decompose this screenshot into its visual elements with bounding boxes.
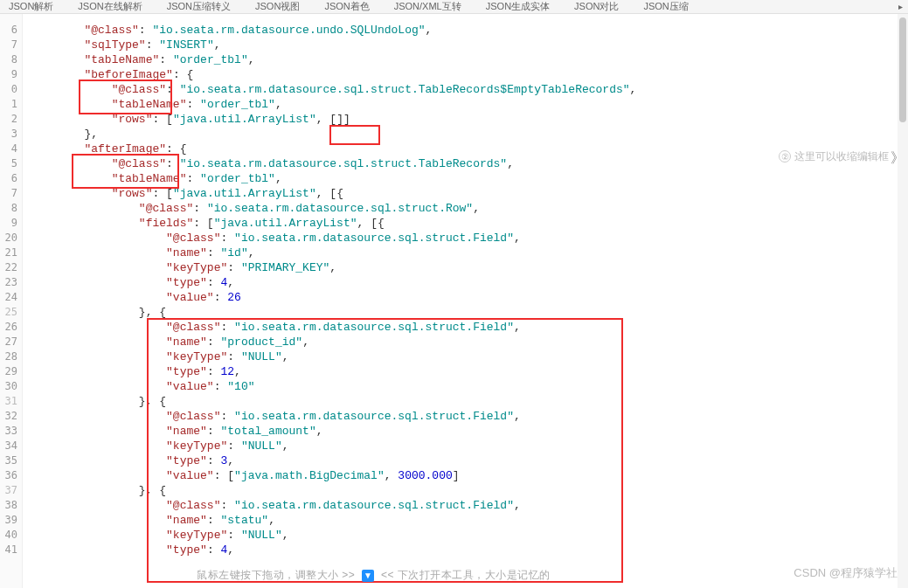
code-line: "value": 26 xyxy=(30,291,241,304)
code-line: "fields": ["java.util.ArrayList", [{ xyxy=(30,217,385,230)
line-gutter: 6 7 8 9 0 1 2 3 4 5 6 7 8 9 20 21 22 23 … xyxy=(0,14,23,588)
line-number: 1 xyxy=(0,97,22,112)
resize-handle-icon[interactable]: ▼ xyxy=(362,570,374,582)
tab-json-view[interactable]: JSON视图 xyxy=(255,0,300,13)
line-number: 4 xyxy=(0,142,22,156)
code-line: "@class": "io.seata.rm.datasource.sql.st… xyxy=(30,410,521,423)
resize-hint: 鼠标左键按下拖动，调整大小 >> ▼ << 下次打开本工具，大小是记忆的 xyxy=(197,568,551,583)
tab-json-compress[interactable]: JSON压缩转义 xyxy=(167,0,231,13)
line-number[interactable]: 37 xyxy=(0,483,22,498)
code-line: }, { xyxy=(30,306,166,319)
code-line: "name": "statu", xyxy=(30,514,275,527)
line-number: 8 xyxy=(0,52,22,67)
code-line: "type": 4, xyxy=(30,276,234,289)
line-number: 5 xyxy=(0,156,22,171)
line-number: 34 xyxy=(0,439,22,453)
line-number: 9 xyxy=(0,67,22,82)
line-number: 0 xyxy=(0,82,22,97)
line-number: 26 xyxy=(0,320,22,335)
code-line: "@class": "io.seata.rm.datasource.sql.st… xyxy=(30,83,636,96)
tab-json-parse[interactable]: JSON解析 xyxy=(9,0,53,13)
code-line: "@class": "io.seata.rm.datasource.undo.S… xyxy=(30,24,432,37)
collapse-hint: ②这里可以收缩编辑框 xyxy=(779,149,889,164)
code-line: "@class": "io.seata.rm.datasource.sql.st… xyxy=(30,232,521,245)
line-number: 40 xyxy=(0,528,22,543)
code-line: "sqlType": "INSERT", xyxy=(30,38,221,52)
line-number: 9 xyxy=(0,216,22,231)
code-line: "tableName": "order_tbl", xyxy=(30,172,282,185)
line-number: 8 xyxy=(0,201,22,216)
code-line: "@class": "io.seata.rm.datasource.sql.st… xyxy=(30,157,514,170)
code-line: "name": "total_amount", xyxy=(30,425,323,438)
line-number: 30 xyxy=(0,379,22,394)
code-line: "afterImage": { xyxy=(30,142,186,156)
code-line: }, xyxy=(30,128,98,141)
line-number: 33 xyxy=(0,424,22,439)
code-line: "keyType": "PRIMARY_KEY", xyxy=(30,261,336,274)
code-line: }, { xyxy=(30,395,166,408)
line-number: 6 xyxy=(0,171,22,186)
line-number[interactable]: 25 xyxy=(0,305,22,320)
top-tabs-bar: JSON解析 JSON在线解析 JSON压缩转义 JSON视图 JSON着色 J… xyxy=(0,0,908,14)
scrollbar-thumb[interactable] xyxy=(899,17,906,122)
code-editor[interactable]: "@class": "io.seata.rm.datasource.undo.S… xyxy=(23,14,908,588)
line-number: 20 xyxy=(0,231,22,246)
editor-area: 6 7 8 9 0 1 2 3 4 5 6 7 8 9 20 21 22 23 … xyxy=(0,14,908,588)
code-line: "rows": ["java.util.ArrayList", []] xyxy=(30,113,350,126)
code-line: }, { xyxy=(30,484,166,497)
line-number: 27 xyxy=(0,335,22,349)
code-line: "beforeImage": { xyxy=(30,68,193,81)
code-line: "type": 4, xyxy=(30,543,234,557)
tab-json-entity[interactable]: JSON生成实体 xyxy=(486,0,550,13)
line-number: 29 xyxy=(0,364,22,379)
tab-json-xml[interactable]: JSON/XML互转 xyxy=(394,0,461,13)
line-number: 35 xyxy=(0,453,22,468)
chevron-right-icon[interactable]: ▸ xyxy=(898,2,903,11)
code-line: "type": 12, xyxy=(30,365,241,378)
line-number: 28 xyxy=(0,349,22,364)
tab-json-min[interactable]: JSON压缩 xyxy=(643,0,688,13)
code-line: "@class": "io.seata.rm.datasource.sql.st… xyxy=(30,321,521,334)
code-line: "name": "id", xyxy=(30,246,255,259)
line-number: 36 xyxy=(0,468,22,483)
line-number: 21 xyxy=(0,246,22,260)
line-number: 7 xyxy=(0,38,22,52)
line-number: 3 xyxy=(0,127,22,142)
code-line: "keyType": "NULL", xyxy=(30,529,289,542)
code-line: "tableName": "order_tbl", xyxy=(30,53,255,66)
code-line: "value": "10" xyxy=(30,380,255,393)
code-line: "rows": ["java.util.ArrayList", [{ xyxy=(30,187,343,200)
csdn-watermark: CSDN @程序猿学社 xyxy=(794,565,898,581)
code-line: "@class": "io.seata.rm.datasource.sql.st… xyxy=(30,202,480,215)
tab-json-online[interactable]: JSON在线解析 xyxy=(78,0,142,13)
code-line: "type": 3, xyxy=(30,454,234,467)
code-line: "tableName": "order_tbl", xyxy=(30,98,282,111)
line-number: 6 xyxy=(0,23,22,38)
code-line: "name": "product_id", xyxy=(30,336,309,349)
line-number: 38 xyxy=(0,498,22,513)
vertical-scrollbar[interactable] xyxy=(898,14,908,588)
code-line: "keyType": "NULL", xyxy=(30,439,289,453)
code-line: "@class": "io.seata.rm.datasource.sql.st… xyxy=(30,499,521,512)
line-number: 41 xyxy=(0,543,22,557)
line-number: 2 xyxy=(0,112,22,127)
line-number: 22 xyxy=(0,260,22,275)
code-line: "value": ["java.math.BigDecimal", 3000.0… xyxy=(30,469,460,482)
line-number: 7 xyxy=(0,186,22,201)
line-number: 39 xyxy=(0,513,22,528)
tab-json-diff[interactable]: JSON对比 xyxy=(574,0,619,13)
tab-json-color[interactable]: JSON着色 xyxy=(324,0,369,13)
line-number[interactable]: 31 xyxy=(0,394,22,409)
line-number: 24 xyxy=(0,290,22,305)
step-2-icon: ② xyxy=(779,150,791,163)
line-number: 32 xyxy=(0,409,22,424)
line-number: 23 xyxy=(0,275,22,290)
code-line: "keyType": "NULL", xyxy=(30,350,289,363)
